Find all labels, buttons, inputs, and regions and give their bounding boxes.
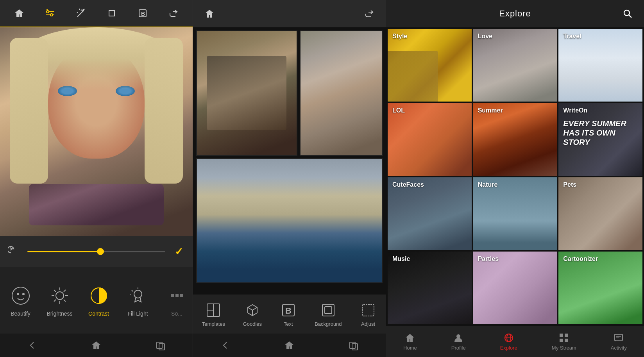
crop-button[interactable] [103, 5, 120, 22]
svg-rect-34 [171, 294, 174, 297]
share-button[interactable] [165, 5, 182, 22]
svg-rect-46 [322, 304, 334, 316]
fill-light-label: Fill Light [127, 311, 148, 317]
home-nav-label: Home [403, 345, 417, 351]
editor-photo [0, 27, 193, 236]
contrast-label: Contrast [88, 311, 109, 317]
nav-activity[interactable]: Activity [607, 330, 631, 353]
brightness-label: Brightness [47, 311, 72, 317]
contrast-slider[interactable] [27, 248, 165, 255]
adjust-tool[interactable]: Adjust [356, 300, 381, 329]
goodies-tool[interactable]: Goodies [239, 300, 266, 329]
background-label: Background [315, 321, 342, 327]
svg-rect-59 [560, 339, 563, 342]
search-button[interactable] [619, 5, 636, 22]
collage-toolbar [193, 0, 386, 27]
explore-cell-music[interactable]: Music [388, 252, 472, 324]
explore-icon [503, 332, 514, 343]
explore-cell-cartoonizer[interactable]: Cartoonizer [558, 252, 642, 324]
confirm-button[interactable]: ✓ [171, 244, 187, 259]
mystream-nav-label: My Stream [552, 345, 576, 351]
fill-light-icon [126, 284, 150, 307]
contrast-icon [87, 284, 111, 307]
summer-label: Summer [478, 107, 503, 114]
explore-cell-style[interactable]: Style [388, 29, 472, 102]
tool-bar: Beautify Brightness [0, 267, 193, 334]
photo-bike [197, 31, 297, 155]
home-nav-button[interactable] [86, 336, 106, 355]
adjust-icon [360, 302, 377, 319]
magic-button[interactable] [72, 5, 89, 22]
collage-bottom-row [196, 158, 383, 284]
explore-cell-summer[interactable]: Summer [473, 103, 557, 176]
panel-editor: B [0, 0, 193, 357]
explore-cell-writeon[interactable]: WriteOn EVERY SUMMER HAS ITS OWN STORY [558, 103, 642, 176]
photo-boats [197, 159, 382, 283]
contrast-tool[interactable]: Contrast [80, 271, 117, 330]
editor-toolbar: B [0, 0, 193, 27]
back-nav-button[interactable] [22, 336, 42, 355]
music-label: Music [392, 255, 410, 262]
nav-profile[interactable]: Profile [447, 330, 470, 353]
goodies-label: Goodies [243, 321, 262, 327]
writeon-text: EVERY SUMMER HAS ITS OWN STORY [563, 119, 639, 147]
templates-tool[interactable]: Templates [198, 300, 229, 329]
cutefaces-label: CuteFaces [392, 181, 424, 188]
explore-bottom-nav: Home Profile Explore [386, 326, 644, 357]
svg-rect-58 [565, 334, 568, 337]
goodies-icon [244, 302, 261, 319]
background-tool[interactable]: Background [311, 300, 345, 329]
explore-cell-cutefaces[interactable]: CuteFaces [388, 177, 472, 250]
text-button[interactable]: B [134, 5, 151, 22]
explore-header: Explore [386, 0, 644, 27]
explore-cell-pets[interactable]: Pets [558, 177, 642, 250]
nature-label: Nature [478, 181, 498, 188]
svg-point-53 [456, 334, 460, 338]
editor-nav [0, 334, 193, 357]
explore-cell-parties[interactable]: Parties [473, 252, 557, 324]
brightness-tool[interactable]: Brightness [41, 271, 78, 330]
svg-line-11 [77, 12, 78, 13]
svg-line-26 [64, 290, 66, 292]
collage-home-nav[interactable] [279, 336, 299, 355]
svg-point-19 [56, 292, 64, 300]
beautify-tool[interactable]: Beautify [2, 271, 39, 330]
templates-icon [205, 302, 222, 319]
activity-nav-label: Activity [611, 345, 627, 351]
activity-icon [613, 332, 624, 343]
recent-nav-button[interactable] [151, 336, 170, 355]
svg-rect-47 [325, 307, 332, 314]
text-tool[interactable]: B Text [276, 300, 301, 329]
collage-cell-bike[interactable] [196, 30, 297, 156]
home-button[interactable] [11, 5, 28, 22]
svg-line-24 [54, 290, 56, 292]
explore-cell-lol[interactable]: LOL [388, 103, 472, 176]
svg-text:B: B [285, 306, 292, 316]
collage-share-button[interactable] [361, 5, 378, 22]
panel-explore: Explore Style Love [386, 0, 644, 357]
templates-label: Templates [202, 321, 225, 327]
undo-button[interactable] [6, 244, 21, 259]
explore-cell-travel[interactable]: Travel [558, 29, 642, 102]
svg-line-27 [54, 300, 56, 302]
svg-rect-36 [180, 294, 183, 297]
parties-label: Parties [478, 255, 499, 262]
nav-explore[interactable]: Explore [496, 330, 521, 353]
mystream-icon [558, 332, 569, 343]
adjust-button[interactable] [41, 5, 59, 22]
svg-rect-60 [565, 339, 568, 342]
nav-mystream[interactable]: My Stream [548, 330, 580, 353]
svg-point-18 [22, 293, 25, 295]
svg-line-10 [81, 10, 82, 11]
collage-cell-girl[interactable] [300, 30, 383, 156]
collage-recent-nav[interactable] [344, 336, 363, 355]
explore-cell-nature[interactable]: Nature [473, 177, 557, 250]
nav-home[interactable]: Home [399, 330, 421, 353]
collage-cell-boats[interactable] [196, 158, 383, 284]
collage-back-nav[interactable] [215, 336, 235, 355]
collage-home-button[interactable] [201, 5, 218, 22]
fill-light-tool[interactable]: Fill Light [119, 271, 156, 330]
more-icon [165, 284, 189, 307]
explore-cell-love[interactable]: Love [473, 29, 557, 102]
more-tool[interactable]: So... [158, 271, 193, 330]
